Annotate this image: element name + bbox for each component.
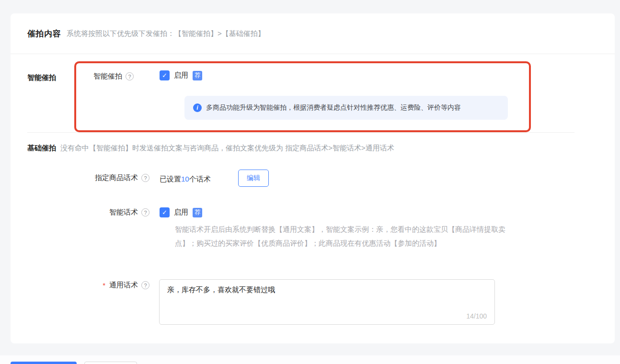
smart-script-enable-checkbox[interactable]: ✓: [160, 207, 170, 217]
help-icon[interactable]: ?: [126, 72, 134, 80]
recommended-badge: 荐: [193, 71, 202, 80]
status-suffix: 个话术: [189, 175, 211, 183]
section-divider: [27, 132, 574, 133]
help-icon[interactable]: ?: [141, 208, 149, 216]
basic-section-label: 基础催拍: [27, 144, 56, 153]
smart-field-label-row: 智能催拍 ?: [93, 72, 134, 81]
smart-script-label-row: 智能话术 ?: [27, 208, 149, 217]
page-title: 催拍内容: [27, 28, 61, 39]
info-icon: i: [193, 103, 202, 112]
product-script-status: 已设置10个话术: [160, 175, 211, 184]
smart-script-enable-group: ✓ 启用 荐: [160, 207, 202, 217]
settings-card: 催拍内容 系统将按照以下优先级下发催拍：【智能催拍】>【基础催拍】 智能催拍 智…: [11, 13, 615, 343]
status-prefix: 已设置: [160, 175, 181, 183]
check-icon: ✓: [162, 209, 167, 216]
smart-script-desc: 智能话术开启后由系统判断替换【通用文案】，智能文案示例：亲，您看中的这款宝贝【商…: [175, 222, 505, 250]
check-icon: ✓: [162, 72, 167, 79]
smart-info-box: i 多商品功能升级为智能催拍，根据消费者疑虑点针对性推荐优惠、运费险、评价等内容: [184, 96, 508, 120]
help-icon[interactable]: ?: [141, 174, 149, 182]
smart-section-label: 智能催拍: [27, 73, 56, 82]
general-script-label: 通用话术: [109, 281, 138, 290]
basic-section-heading: 基础催拍 没有命中【智能催拍】时发送催拍文案与咨询商品，催拍文案优先级为 指定商…: [27, 144, 394, 153]
header-divider: [11, 54, 615, 54]
recommended-badge: 荐: [193, 208, 202, 217]
general-script-field: 亲，库存不多，喜欢就不要错过哦 14/100: [159, 279, 495, 325]
smart-info-text: 多商品功能升级为智能催拍，根据消费者疑虑点针对性推荐优惠、运费险、评价等内容: [206, 103, 461, 112]
smart-enable-checkbox[interactable]: ✓: [160, 70, 170, 80]
smart-script-enable-label: 启用: [174, 208, 188, 217]
general-script-input[interactable]: 亲，库存不多，喜欢就不要错过哦: [160, 280, 494, 324]
basic-section-desc: 没有命中【智能催拍】时发送催拍文案与咨询商品，催拍文案优先级为 指定商品话术>智…: [60, 144, 394, 153]
smart-enable-label: 启用: [174, 71, 188, 80]
edit-button[interactable]: 编辑: [238, 170, 269, 187]
script-count: 10: [181, 175, 189, 183]
help-icon[interactable]: ?: [141, 281, 149, 289]
primary-action-button[interactable]: [11, 362, 77, 364]
smart-script-label: 智能话术: [109, 208, 138, 217]
general-script-label-row: * 通用话术 ?: [27, 281, 149, 290]
smart-field-label: 智能催拍: [93, 72, 122, 81]
product-script-label-row: 指定商品话术 ?: [27, 173, 149, 182]
page-subtitle: 系统将按照以下优先级下发催拍：【智能催拍】>【基础催拍】: [67, 29, 265, 38]
card-header: 催拍内容 系统将按照以下优先级下发催拍：【智能催拍】>【基础催拍】: [27, 13, 605, 54]
footer-action-bar: [0, 355, 620, 364]
required-mark: *: [103, 281, 105, 289]
smart-enable-group: ✓ 启用 荐: [160, 70, 202, 80]
char-counter: 14/100: [466, 312, 487, 320]
product-script-label: 指定商品话术: [95, 173, 138, 182]
secondary-action-button[interactable]: [84, 362, 137, 364]
